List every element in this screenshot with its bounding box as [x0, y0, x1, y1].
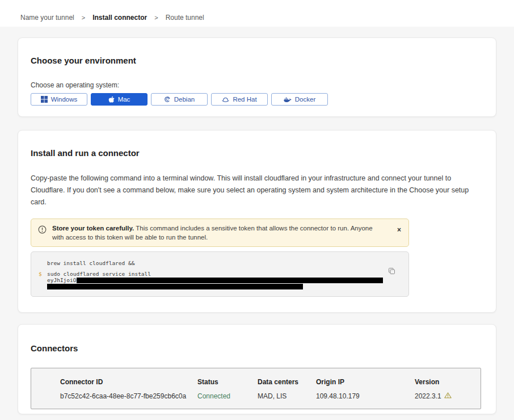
connector-id-value: b7c52c42-6caa-48ee-8c77-fbe259cb6c0a: [60, 392, 197, 400]
install-card-title: Install and run a connector: [31, 148, 483, 158]
table-row: b7c52c42-6caa-48ee-8c77-fbe259cb6c0a Con…: [60, 392, 481, 400]
redacted-token-bar-1: [77, 278, 383, 283]
os-button-label: Windows: [51, 96, 78, 103]
breadcrumb-bar: Name your tunnel > Install connector > R…: [0, 0, 514, 27]
token-prefix: eyJhIjoiO: [47, 277, 76, 283]
token-warning-banner: Store your token carefully. This command…: [31, 219, 409, 247]
token-warning-title: Store your token carefully.: [52, 225, 134, 232]
redhat-icon: [222, 96, 229, 103]
install-card: Install and run a connector Copy-paste t…: [18, 130, 496, 313]
os-button-label: Docker: [295, 96, 315, 103]
copy-icon[interactable]: [388, 267, 395, 275]
breadcrumb-name-your-tunnel[interactable]: Name your tunnel: [20, 14, 74, 22]
environment-card: Choose your environment Choose an operat…: [18, 37, 496, 117]
alert-circle-icon: [38, 225, 47, 242]
os-button-label: Debian: [174, 96, 195, 103]
version-value: 2022.3.1: [415, 392, 441, 400]
version-cell: 2022.3.1: [415, 392, 481, 400]
code-line-brew: brew install cloudflared &&: [47, 260, 393, 266]
install-description: Copy-paste the following command into a …: [31, 173, 482, 208]
redacted-token-bar-2: [47, 284, 303, 289]
column-header-version: Version: [415, 378, 481, 386]
os-button-debian[interactable]: Debian: [151, 93, 208, 106]
code-line-token: eyJhIjoiO: [47, 277, 393, 283]
status-badge: Connected: [197, 392, 258, 400]
os-button-redhat[interactable]: Red Hat: [211, 93, 268, 106]
column-header-origin-ip: Origin IP: [316, 378, 415, 386]
column-header-status: Status: [197, 378, 258, 386]
code-line-sudo: $ sudo cloudflared service install: [47, 271, 393, 277]
connectors-card: Connectors Connector ID Status Data cent…: [18, 324, 496, 414]
token-warning-text: Store your token carefully. This command…: [52, 224, 386, 242]
shell-prompt: $: [39, 271, 42, 277]
code-sudo-text: sudo cloudflared service install: [47, 271, 151, 277]
install-command-codeblock: brew install cloudflared && $ sudo cloud…: [31, 251, 409, 297]
close-icon[interactable]: ×: [397, 226, 401, 233]
origin-ip-value: 109.48.10.179: [316, 392, 415, 400]
os-select-label: Choose an operating system:: [31, 81, 483, 89]
breadcrumb-install-connector[interactable]: Install connector: [92, 14, 147, 22]
breadcrumb-separator: >: [82, 14, 85, 21]
column-header-data-centers: Data centers: [258, 378, 316, 386]
os-button-mac[interactable]: Mac: [91, 93, 148, 106]
windows-icon: [41, 96, 48, 103]
os-button-label: Red Hat: [233, 96, 256, 103]
connectors-table: Connector ID Status Data centers Origin …: [31, 368, 481, 409]
environment-card-title: Choose your environment: [31, 56, 483, 65]
column-header-connector-id: Connector ID: [60, 378, 197, 386]
breadcrumb: Name your tunnel > Install connector > R…: [20, 14, 204, 22]
debian-icon: [164, 96, 171, 103]
docker-icon: [284, 96, 292, 102]
warning-triangle-icon: [444, 392, 452, 400]
data-centers-value: MAD, LIS: [258, 392, 316, 400]
os-button-windows[interactable]: Windows: [31, 93, 87, 106]
table-header-row: Connector ID Status Data centers Origin …: [60, 378, 481, 386]
apple-icon: [108, 96, 115, 103]
os-button-docker[interactable]: Docker: [271, 93, 328, 106]
breadcrumb-separator: >: [154, 14, 158, 21]
code-line-token-2: [47, 283, 393, 289]
os-button-row: Windows Mac Debian: [31, 93, 483, 106]
connectors-card-title: Connectors: [31, 343, 483, 353]
breadcrumb-route-tunnel[interactable]: Route tunnel: [166, 14, 204, 22]
page-content: Choose your environment Choose an operat…: [0, 27, 514, 420]
os-button-label: Mac: [118, 96, 130, 103]
